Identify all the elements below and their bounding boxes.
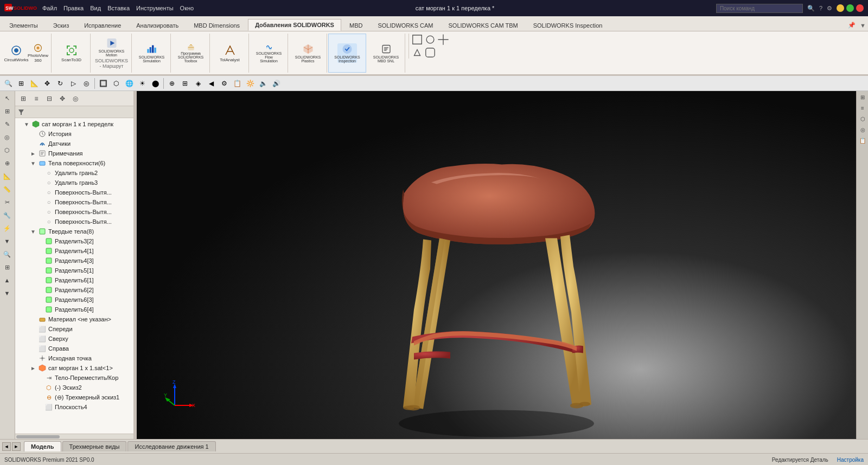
mbd-snl-button[interactable]: SOLIDWORKSMBD SNL xyxy=(376,43,396,63)
left-icon-10[interactable]: ⚡ xyxy=(1,222,13,234)
tree-sketch2[interactable]: ⬡ (-) Эскиз2 xyxy=(15,383,133,392)
left-icon-2[interactable]: ✎ xyxy=(1,118,13,130)
tab-mbd-dimensions[interactable]: MBD Dimensions xyxy=(187,20,247,31)
sub-icon-16[interactable]: ⚙ xyxy=(218,78,230,89)
tab-sketch[interactable]: Эскиз xyxy=(46,20,76,31)
tree-solid-bodies[interactable]: ▼ Твердые тела(8) xyxy=(15,227,133,236)
sub-icon-11[interactable]: ⬤ xyxy=(149,78,161,89)
command-search[interactable] xyxy=(716,4,803,13)
settings-status[interactable]: Настройка xyxy=(837,457,864,463)
tree-right-plane[interactable]: ⬜ Справа xyxy=(15,344,133,353)
tree-history[interactable]: История xyxy=(15,129,133,139)
maximize-button[interactable] xyxy=(846,4,854,12)
tree-surface-extrude3[interactable]: ○ Поверхность-Вытя... xyxy=(15,207,133,217)
tree-plane4[interactable]: ⬜ Плоскость4 xyxy=(15,402,133,412)
left-icon-7[interactable]: 📏 xyxy=(1,183,13,195)
circuit-works-button[interactable]: CircuitWorks xyxy=(7,43,26,63)
tree-delete-face2[interactable]: ○ Удалить грань2 xyxy=(15,168,133,178)
left-icon-12[interactable]: 🔍 xyxy=(1,248,13,260)
tree-surface-extrude4[interactable]: ○ Поверхность-Вытя... xyxy=(15,217,133,227)
sub-icon-17[interactable]: 📋 xyxy=(231,78,243,89)
tab-mbd[interactable]: MBD xyxy=(342,20,369,31)
sub-icon-9[interactable]: 🌐 xyxy=(123,78,135,89)
tree-icon-config[interactable]: ⊟ xyxy=(43,93,55,105)
left-icon-4[interactable]: ⬡ xyxy=(1,144,13,156)
tab-elements[interactable]: Элементы xyxy=(2,20,45,31)
tree-icon-property[interactable]: ≡ xyxy=(30,93,42,105)
tree-split6-1[interactable]: Разделить6[1] xyxy=(15,275,133,285)
toolbar-icon-3[interactable] xyxy=(437,34,449,46)
tree-split4-1[interactable]: Разделить4[1] xyxy=(15,246,133,256)
left-icon-9[interactable]: 🔧 xyxy=(1,209,13,221)
tree-split3-2[interactable]: Разделить3[2] xyxy=(15,236,133,246)
tree-surface-bodies[interactable]: ▼ Тела поверхности(6) xyxy=(15,158,133,168)
left-icon-6[interactable]: 📐 xyxy=(1,170,13,182)
sub-icon-7[interactable]: 🔲 xyxy=(97,78,109,89)
toolbar-icon-1[interactable] xyxy=(411,34,423,46)
tab-addins[interactable]: Добавления SOLIDWORKS xyxy=(248,19,341,31)
scan-to-3d-button[interactable]: ScanTo3D xyxy=(62,43,81,63)
minimize-button[interactable] xyxy=(837,4,844,12)
sub-icon-8[interactable]: ⬡ xyxy=(110,78,122,89)
toolbar-icon-4[interactable] xyxy=(411,47,423,59)
left-icon-select[interactable]: ↖ xyxy=(1,92,13,104)
tree-icon-featuretree[interactable]: ⊞ xyxy=(17,93,29,105)
menu-edit[interactable]: Правка xyxy=(63,5,84,11)
flow-simulation-button[interactable]: SOLIDWORKSFlow Simulation xyxy=(259,43,279,63)
toolbox-button[interactable]: ПрограммаSOLIDWORKS Toolbox xyxy=(181,43,201,63)
sub-icon-2[interactable]: ⊞ xyxy=(15,78,27,89)
tree-hscrollbar[interactable] xyxy=(15,434,133,439)
tree-split6-2[interactable]: Разделить6[2] xyxy=(15,285,133,295)
tab-motion-study[interactable]: Исследование движения 1 xyxy=(127,441,215,451)
menu-view[interactable]: Вид xyxy=(90,5,101,11)
tree-notes[interactable]: ► Примечания xyxy=(15,148,133,158)
tree-origin[interactable]: Исходная точка xyxy=(15,353,133,363)
tree-split5-1[interactable]: Разделить5[1] xyxy=(15,266,133,275)
menu-file[interactable]: Файл xyxy=(42,5,57,11)
sub-icon-15[interactable]: ◀ xyxy=(205,78,217,89)
left-icon-8[interactable]: ✂ xyxy=(1,196,13,208)
sub-icon-6[interactable]: ◎ xyxy=(80,78,92,89)
tree-front-plane[interactable]: ⬜ Спереди xyxy=(15,324,133,334)
sub-icon-20[interactable]: 🔊 xyxy=(270,78,282,89)
tab-model[interactable]: Модель xyxy=(24,441,61,451)
tree-icon-cam[interactable]: ◎ xyxy=(69,93,81,105)
right-icon-1[interactable]: ⊞ xyxy=(858,92,867,102)
menu-tools[interactable]: Инструменты xyxy=(136,5,174,11)
tree-move-body[interactable]: ⇥ Тело-Переместить/Кор xyxy=(15,373,133,383)
tree-split6-3[interactable]: Разделить6[3] xyxy=(15,295,133,305)
tree-delete-face3[interactable]: ○ Удалить грань3 xyxy=(15,178,133,188)
tree-sat-file[interactable]: ► сат морган 1 х 1.sat<1> xyxy=(15,363,133,373)
tab-3dviews[interactable]: Трехмерные виды xyxy=(62,441,127,451)
tree-surface-extrude1[interactable]: ○ Поверхность-Вытя... xyxy=(15,188,133,197)
tab-fix[interactable]: Исправление xyxy=(77,20,128,31)
sw-motion-button[interactable]: SOLIDWORKSMotion xyxy=(102,37,122,57)
left-icon-14[interactable]: ▲ xyxy=(1,274,13,286)
close-button[interactable] xyxy=(856,4,864,12)
inspection-button[interactable]: SOLIDWORKSInspection xyxy=(337,43,357,63)
left-icon-15[interactable]: ▼ xyxy=(1,287,13,299)
tree-split6-4[interactable]: Разделить6[4] xyxy=(15,305,133,314)
tree-split4-3[interactable]: Разделить4[3] xyxy=(15,256,133,266)
toolbar-icon-2[interactable] xyxy=(424,34,436,46)
right-icon-2[interactable]: ≡ xyxy=(858,103,867,113)
left-icon-13[interactable]: ⊞ xyxy=(1,261,13,273)
tree-3dsketch1[interactable]: ⊖ (⊖) Трехмерный эскиз1 xyxy=(15,392,133,402)
menu-insert[interactable]: Вставка xyxy=(107,5,130,11)
tree-root-item[interactable]: ▼ сат морган 1 к 1 переделк xyxy=(15,119,133,129)
tab-sw-cam[interactable]: SOLIDWORKS CAM xyxy=(371,20,440,31)
sub-icon-rotate[interactable]: ↻ xyxy=(54,78,66,89)
right-icon-3[interactable]: ⬡ xyxy=(858,114,867,124)
tab-nav-left[interactable]: ◄ xyxy=(2,442,11,451)
left-icon-3[interactable]: ◎ xyxy=(1,131,13,143)
sub-icon-1[interactable]: 🔍 xyxy=(2,78,14,89)
3d-viewport[interactable]: X Z Y xyxy=(137,91,856,439)
sw-simulation-button[interactable]: SOLIDWORKSSimulation xyxy=(142,43,162,63)
sub-icon-10[interactable]: ☀ xyxy=(136,78,148,89)
ribbon-expand-icon[interactable]: ▼ xyxy=(858,20,868,31)
sub-icon-19[interactable]: 🔈 xyxy=(257,78,269,89)
sub-icon-13[interactable]: ⊞ xyxy=(179,78,191,89)
tree-icon-display[interactable]: ✥ xyxy=(56,93,68,105)
sub-icon-12[interactable]: ⊕ xyxy=(166,78,178,89)
sub-icon-18[interactable]: 🔆 xyxy=(244,78,256,89)
